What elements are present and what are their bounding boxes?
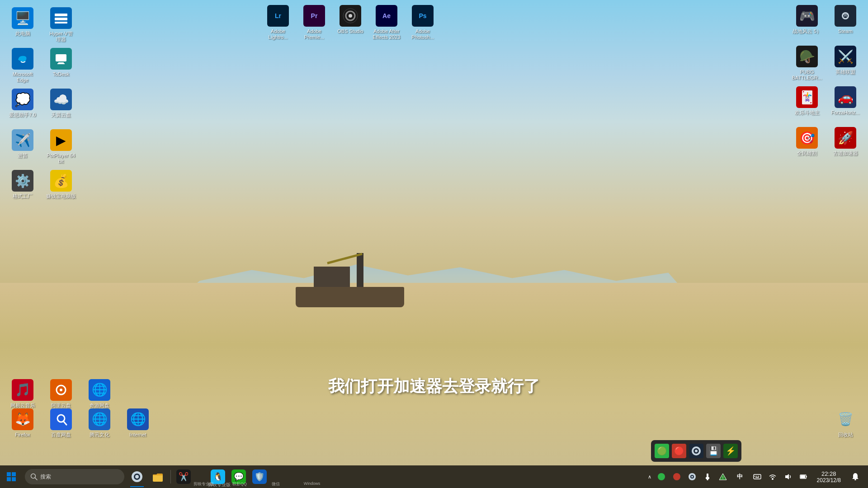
tray-notification[interactable] (847, 468, 863, 486)
tray-icon-keyboard[interactable] (750, 468, 764, 486)
start-button[interactable] (0, 465, 23, 488)
svg-point-23 (695, 450, 698, 452)
tray-icon-red[interactable] (670, 468, 684, 486)
svg-line-29 (35, 478, 38, 480)
icon-zhandi[interactable]: 🎮 战地风云 5） (789, 2, 825, 37)
subtitle-text: 我们打开加速器去登录就行了 (328, 375, 540, 398)
geshi-label: 格式工厂 (13, 193, 33, 199)
hyperv-icon (50, 7, 72, 29)
pubg-icon: 🪖 (796, 46, 818, 67)
tray-chevron[interactable]: ∧ (646, 472, 653, 482)
todesk-icon (50, 48, 72, 70)
icon-steam[interactable]: Steam (827, 2, 863, 37)
icon-internet[interactable]: 🌐 Internet (120, 406, 156, 441)
icon-quanmin[interactable]: 🎯 全民雄割 (789, 124, 825, 159)
clock[interactable]: 22:28 2023/12/8 (811, 470, 846, 483)
svg-rect-53 (801, 475, 805, 478)
tray-icon-green[interactable] (654, 468, 669, 486)
icon-tengxun[interactable]: 🌐 腾讯文化 (81, 406, 118, 441)
tray-popup-warn[interactable]: ⚡ (723, 444, 738, 458)
icon-tianyun[interactable]: ☁️ 天翼云盘 (43, 86, 79, 121)
svg-rect-25 (12, 472, 16, 476)
recycle-icon: 🗑️ (835, 408, 856, 430)
icon-adobe-pr[interactable]: Pr AdobePremie... (296, 2, 332, 43)
icon-recycle[interactable]: 🗑️ 回收站 (827, 406, 863, 441)
tray-icon-warn[interactable]: ! (716, 468, 730, 486)
label-lianying: 联影QQ (222, 481, 258, 487)
taskbar-search[interactable]: 搜索 (25, 469, 124, 484)
huanle-label: 欢乐斗地主 (795, 110, 820, 116)
icon-todesk[interactable]: ToDesk (43, 45, 79, 80)
svg-rect-46 (756, 476, 757, 477)
icon-gudao[interactable]: 🚀 古道加速器 (827, 124, 863, 159)
todesk-label: ToDesk (53, 71, 70, 77)
tray-icon-network[interactable] (765, 468, 780, 486)
icon-baidu[interactable]: 百度网盘 (43, 406, 79, 441)
forza-label: ForzaHoriz... (831, 110, 860, 116)
internet-label: Internet (129, 432, 146, 438)
svg-point-41 (707, 479, 708, 480)
yisi-label: 爱思助手7.0 (9, 112, 36, 118)
tray-icon-usb[interactable] (700, 468, 715, 486)
tray-icon-battery[interactable] (796, 468, 811, 486)
icon-obs[interactable]: OBS Studio (332, 2, 368, 37)
tengxun-icon: 🌐 (89, 408, 110, 430)
icon-pubg[interactable]: 🪖 PUBGBATTLEGR... (789, 43, 825, 84)
icon-edge[interactable]: MicrosoftEdge (5, 45, 41, 86)
icon-potplayer[interactable]: ▶ PotPlayer 64bit (43, 127, 79, 167)
this-pc-icon: 🖥️ (12, 7, 33, 29)
geshi-icon: ⚙️ (12, 170, 33, 192)
icon-huanle[interactable]: 🃏 欢乐斗地主 (789, 84, 825, 118)
tray-icon-steam[interactable] (685, 468, 699, 486)
adobe-pr-label: AdobePremie... (304, 28, 324, 40)
icon-forza[interactable]: 🚗 ForzaHoriz... (827, 84, 863, 118)
icon-geshi[interactable]: ⚙️ 格式工厂 (5, 167, 41, 202)
tengxun-label: 腾讯文化 (90, 432, 109, 438)
taskbar: 搜索 ✂️ 剪映专业版 🐧 💬 🛡️ ∧ (0, 465, 868, 488)
baidu-label: 百度网盘 (51, 432, 71, 438)
clock-date: 2023/12/8 (817, 477, 841, 483)
tray-icon-sound[interactable] (781, 468, 795, 486)
icon-jinci[interactable]: ✈️ 进笛 (5, 127, 41, 161)
svg-rect-52 (806, 476, 807, 477)
icon-hyperv[interactable]: Hyper-V管理器 (43, 5, 79, 45)
adobe-lr-icon: Lr (267, 5, 289, 27)
tray-popup-steam[interactable] (689, 444, 703, 458)
svg-rect-48 (755, 477, 759, 478)
tray-input-method[interactable]: 中 (731, 468, 749, 486)
svg-rect-1 (55, 14, 67, 16)
svg-point-17 (60, 389, 62, 391)
adobe-lr-label: AdobeLightro... (269, 28, 288, 40)
hyperv-label: Hyper-V管理器 (49, 31, 72, 42)
firefox-label: Firefox (15, 432, 30, 438)
potplayer-label: PotPlayer 64bit (47, 153, 75, 164)
tray-popup-green[interactable]: 🟢 (655, 444, 669, 458)
icon-adobe-ps[interactable]: Ps AdobePhotosh... (405, 2, 441, 43)
quanmin-icon: 🎯 (796, 127, 818, 149)
edge-label: MicrosoftEdge (13, 71, 33, 83)
icon-zhiqian[interactable]: 💰 赚钱宝电脑版 (43, 167, 79, 202)
svg-point-35 (673, 473, 680, 480)
taskbar-file-explorer[interactable] (147, 465, 168, 488)
zhandi-label: 战地风云 5） (793, 28, 821, 34)
icon-yisi[interactable]: 💭 爱思助手7.0 (5, 86, 41, 121)
icon-this-pc[interactable]: 🖥️ 此电脑 (5, 5, 41, 39)
tray-popup-usb[interactable]: 💾 (706, 444, 721, 458)
jinci-icon: ✈️ (12, 129, 33, 151)
edge-icon (12, 48, 33, 70)
icon-adobe-ae[interactable]: Ae Adobe AfterEffects 2023 (368, 2, 405, 43)
tray-popup-red[interactable]: 🔴 (672, 444, 686, 458)
svg-text:!: ! (722, 475, 723, 480)
adobe-ae-icon: Ae (376, 5, 397, 27)
svg-rect-45 (755, 476, 755, 477)
icon-adobe-lr[interactable]: Lr AdobeLightro... (260, 2, 296, 43)
steam-icon (835, 5, 856, 27)
zhiqian-label: 赚钱宝电脑版 (46, 193, 76, 199)
icon-yingxiong[interactable]: ⚔️ 英雄联盟 (827, 43, 863, 78)
clock-time: 22:28 (821, 470, 836, 477)
recycle-label: 回收站 (838, 432, 853, 438)
icon-firefox[interactable]: 🦊 Firefox (5, 406, 41, 441)
system-tray: ∧ ! 中 (646, 468, 868, 486)
adobe-ps-icon: Ps (412, 5, 434, 27)
taskbar-steam[interactable] (127, 465, 147, 488)
